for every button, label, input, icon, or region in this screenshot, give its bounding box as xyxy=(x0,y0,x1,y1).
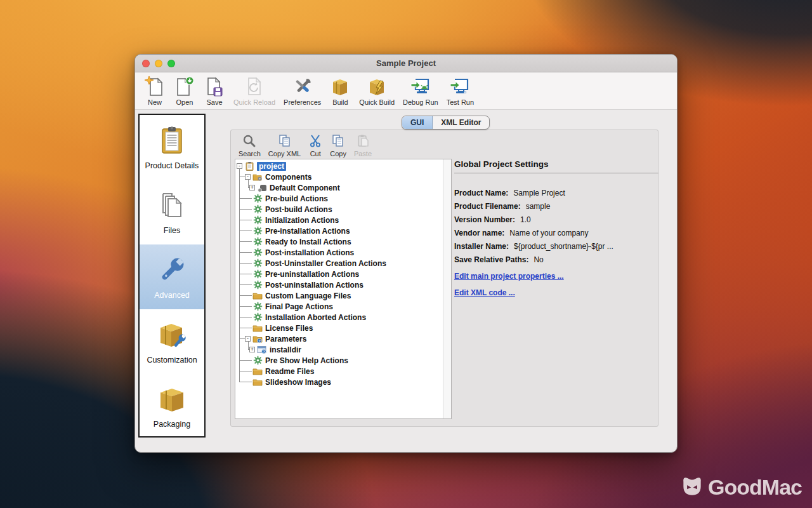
sidebar-item-files[interactable]: Files xyxy=(140,180,204,244)
tree-node-parameters[interactable]: - ? Parameters xyxy=(235,333,451,344)
tree-node-label: Ready to Install Actions xyxy=(265,237,351,246)
save-button[interactable]: Save xyxy=(204,75,225,106)
gear-icon xyxy=(252,226,263,236)
collapse-icon[interactable]: - xyxy=(237,163,242,169)
build-box-icon xyxy=(330,75,350,98)
expand-icon[interactable]: + xyxy=(249,347,255,352)
sidebar-item-product-details[interactable]: Product Details xyxy=(140,115,204,180)
sidebar-item-label: Customization xyxy=(147,356,197,364)
tree-node[interactable]: Pre-installation Actions xyxy=(235,225,451,236)
test-run-button[interactable]: Test Run xyxy=(447,75,474,106)
titlebar[interactable]: Sample Project xyxy=(135,55,677,72)
tree-node[interactable]: Pre-build Actions xyxy=(235,193,451,204)
tree-node[interactable]: Pre-uninstallation Actions xyxy=(235,269,451,279)
tree-node-label: Pre-build Actions xyxy=(265,194,328,203)
gear-icon xyxy=(252,312,263,322)
main-toolbar: New Open Save Quick Reload Preferences xyxy=(135,72,677,110)
gear-icon xyxy=(252,248,263,257)
quick-build-button[interactable]: Quick Build xyxy=(359,75,395,106)
tree-node-default-component[interactable]: + Default Component xyxy=(235,182,451,193)
toolbar-label: Open xyxy=(176,98,193,106)
tree-node-label: project xyxy=(257,162,286,171)
project-tree[interactable]: - project - Components + Default Compone… xyxy=(235,159,452,419)
tree-node[interactable]: Pre Show Help Actions xyxy=(235,355,451,366)
setting-row: Save Relative Paths: No xyxy=(454,255,658,264)
debug-run-button[interactable]: Debug Run xyxy=(403,75,438,106)
category-sidebar: Product Details Files Advanced Customiza… xyxy=(138,114,206,438)
tab-gui[interactable]: GUI xyxy=(402,116,433,129)
tree-node-label: Post-build Actions xyxy=(265,205,332,214)
copy-button[interactable]: Copy xyxy=(330,133,346,157)
tree-scrollbar[interactable] xyxy=(443,159,451,418)
sidebar-item-label: Advanced xyxy=(154,291,190,300)
tree-node[interactable]: Slideshow Images xyxy=(235,377,451,387)
folder-icon xyxy=(252,323,263,333)
setting-label: Installer Name: xyxy=(454,242,509,251)
tree-node[interactable]: Ready to Install Actions xyxy=(235,236,451,247)
box-wrench-icon xyxy=(157,319,187,352)
setting-row: Product Filename: sample xyxy=(454,202,658,211)
toolbar-label: Quick Build xyxy=(359,98,395,106)
tree-toolbar-label: Paste xyxy=(354,150,372,157)
tree-node-label: Initialization Actions xyxy=(265,216,339,225)
tree-node[interactable]: Post-build Actions xyxy=(235,204,451,215)
toolbar-label: Test Run xyxy=(447,98,474,106)
tree-node-label: Post-uninstallation Actions xyxy=(265,281,363,290)
box-icon xyxy=(157,385,187,417)
gear-icon xyxy=(252,204,263,214)
setting-value: Name of your company xyxy=(509,229,588,237)
sidebar-item-label: Packaging xyxy=(154,420,190,429)
setting-row: Vendor name: Name of your company xyxy=(454,229,658,237)
tab-xml-editor[interactable]: XML Editor xyxy=(433,116,489,129)
expand-icon[interactable]: + xyxy=(249,185,255,190)
tree-node[interactable]: Post-installation Actions xyxy=(235,247,451,258)
tree-toolbar: Search Copy XML Cut Copy xyxy=(239,133,379,157)
copy-xml-button[interactable]: Copy XML xyxy=(268,133,301,157)
quick-reload-button[interactable]: Quick Reload xyxy=(233,75,275,106)
tree-node[interactable]: Initialization Actions xyxy=(235,215,451,225)
sidebar-item-customization[interactable]: Customization xyxy=(140,309,204,374)
folder-question-icon: ? xyxy=(252,334,263,344)
clipboard-icon xyxy=(244,161,254,171)
setting-value: No xyxy=(534,255,543,264)
new-button[interactable]: New xyxy=(144,75,166,106)
sidebar-item-packaging[interactable]: Packaging xyxy=(140,374,204,439)
tree-node-installdir[interactable]: + ? installdir xyxy=(235,344,451,355)
tree-node-project[interactable]: - project xyxy=(235,161,451,171)
sidebar-item-advanced[interactable]: Advanced xyxy=(140,244,204,309)
tree-node[interactable]: Post-uninstallation Actions xyxy=(235,279,451,290)
copy-pages-icon xyxy=(331,133,345,149)
tree-node[interactable]: Readme Files xyxy=(235,366,451,377)
edit-project-properties-link[interactable]: Edit main project properties ... xyxy=(454,272,658,281)
paste-button[interactable]: Paste xyxy=(354,133,372,157)
edit-xml-code-link[interactable]: Edit XML code ... xyxy=(454,288,658,297)
setting-label: Save Relative Paths: xyxy=(454,255,528,264)
tree-node[interactable]: Final Page Actions xyxy=(235,301,451,312)
window-title: Sample Project xyxy=(135,58,677,68)
tree-node-label: Pre-installation Actions xyxy=(265,227,350,236)
reload-icon xyxy=(244,75,265,98)
open-button[interactable]: Open xyxy=(174,75,195,106)
tree-node[interactable]: License Files xyxy=(235,323,451,333)
tree-node-label: Default Component xyxy=(270,184,340,192)
collapse-icon[interactable]: - xyxy=(245,336,251,342)
gear-icon xyxy=(252,302,263,311)
tree-node[interactable]: Custom Language Files xyxy=(235,290,451,301)
folder-icon xyxy=(252,366,263,376)
gear-icon xyxy=(252,258,263,268)
build-button[interactable]: Build xyxy=(329,75,351,106)
component-icon xyxy=(257,183,267,192)
settings-title: Global Project Settings xyxy=(454,159,658,173)
goodmac-watermark: GoodMac xyxy=(679,474,802,500)
collapse-icon[interactable]: - xyxy=(245,174,251,180)
tree-node-label: Components xyxy=(265,173,311,182)
goodmac-wordmark: GoodMac xyxy=(708,475,802,500)
tree-node[interactable]: Installation Aborted Actions xyxy=(235,312,451,323)
search-button[interactable]: Search xyxy=(239,133,261,157)
cut-button[interactable]: Cut xyxy=(308,133,322,157)
preferences-button[interactable]: Preferences xyxy=(284,75,321,106)
tree-node[interactable]: Post-Uninstaller Creation Actions xyxy=(235,258,451,269)
tree-toolbar-label: Search xyxy=(239,150,261,157)
sidebar-item-label: Files xyxy=(164,226,180,235)
tree-node-components[interactable]: - Components xyxy=(235,171,451,182)
